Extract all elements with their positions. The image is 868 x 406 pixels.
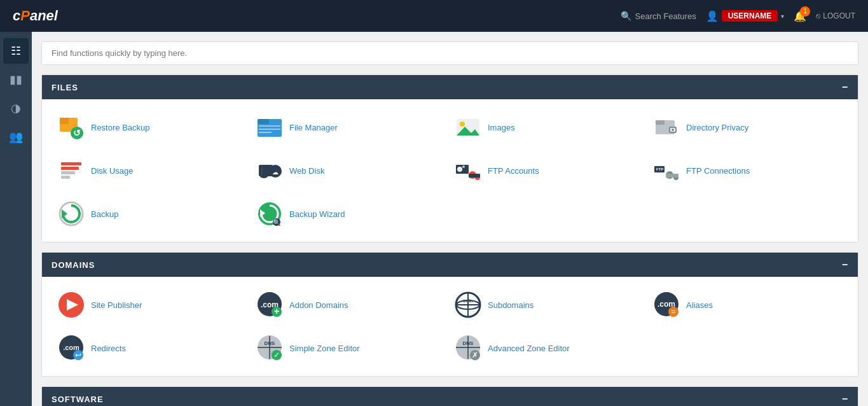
disk-usage-icon (58, 157, 85, 184)
sidebar-item-stats[interactable]: ▮▮ (3, 67, 29, 92)
list-item[interactable]: ↺ Restore Backup (55, 109, 250, 146)
images-icon (455, 114, 481, 141)
svg-text:✗: ✗ (472, 351, 478, 360)
list-item[interactable]: FTP FTP Connections (650, 152, 845, 189)
domains-section: DOMAINS − Site Publisher (41, 252, 858, 377)
domains-section-title: DOMAINS (52, 260, 95, 270)
list-item[interactable]: 🔍 Backup Wizard (253, 195, 448, 232)
list-item[interactable]: ☁ Web Disk (253, 152, 448, 189)
notification-count: 1 (800, 6, 810, 17)
svg-rect-31 (469, 174, 480, 178)
list-item[interactable]: Directory Privacy (650, 109, 845, 146)
username-badge[interactable]: USERNAME (722, 10, 778, 22)
logout-button[interactable]: ⎋ LOGOUT (816, 11, 855, 20)
list-item[interactable]: DNS ✓ Simple Zone Editor (253, 330, 448, 367)
redirects-link[interactable]: Redirects (91, 344, 126, 353)
restore-backup-icon: ↺ (58, 114, 85, 141)
sidebar-item-home[interactable]: ☷ (3, 38, 29, 64)
user-icon: 👤 (706, 10, 719, 22)
web-disk-link[interactable]: Web Disk (289, 166, 324, 176)
list-item[interactable]: .com + Addon Domains (253, 286, 448, 323)
user-section: 👤 USERNAME ▾ (706, 10, 785, 22)
list-item[interactable]: DNS ✗ Advanced Zone Editor (451, 330, 647, 367)
directory-privacy-icon (653, 114, 680, 141)
svg-point-16 (672, 129, 674, 131)
notifications[interactable]: 🔔 1 (794, 10, 806, 22)
files-section-toggle[interactable]: − (842, 81, 848, 93)
sidebar-item-users[interactable]: 👥 (3, 124, 29, 150)
restore-backup-link[interactable]: Restore Backup (91, 123, 150, 132)
directory-privacy-link[interactable]: Directory Privacy (686, 123, 748, 132)
svg-text:🔍: 🔍 (273, 218, 281, 227)
themes-icon: ◑ (11, 101, 21, 115)
svg-rect-36 (666, 174, 679, 178)
files-section-body: ↺ Restore Backup (42, 99, 858, 242)
advanced-zone-editor-icon: DNS ✗ (455, 335, 481, 361)
software-section-header: SOFTWARE − (42, 387, 858, 406)
svg-rect-8 (259, 132, 272, 133)
ftp-connections-link[interactable]: FTP Connections (686, 166, 750, 176)
svg-text:✓: ✓ (273, 351, 280, 360)
advanced-zone-editor-link[interactable]: Advanced Zone Editor (488, 344, 570, 353)
logo: cPanel (13, 8, 58, 24)
svg-rect-19 (61, 171, 75, 174)
file-manager-link[interactable]: File Manager (289, 123, 338, 132)
addon-domains-link[interactable]: Addon Domains (289, 300, 348, 310)
main-layout: ☷ ▮▮ ◑ 👥 FILES − (0, 32, 868, 406)
simple-zone-editor-link[interactable]: Simple Zone Editor (289, 344, 360, 353)
backup-link[interactable]: Backup (91, 209, 118, 219)
header: cPanel 🔍 Search Features 👤 USERNAME ▾ 🔔 … (0, 0, 868, 32)
domains-section-toggle[interactable]: − (842, 259, 848, 270)
svg-rect-20 (61, 176, 70, 179)
subdomains-link[interactable]: Subdomains (488, 300, 534, 310)
svg-text:↩: ↩ (75, 351, 81, 360)
header-search[interactable]: 🔍 Search Features (621, 11, 696, 21)
svg-rect-7 (259, 129, 280, 130)
aliases-icon: .com = (653, 291, 680, 318)
files-section: FILES − ↺ Restore Backup (41, 74, 858, 242)
ftp-accounts-link[interactable]: FTP Accounts (488, 166, 539, 176)
aliases-link[interactable]: Aliases (686, 300, 713, 310)
redirects-icon: .com ↩ (58, 335, 85, 361)
svg-rect-23 (261, 165, 263, 176)
backup-icon (58, 200, 85, 227)
svg-text:↺: ↺ (73, 128, 81, 138)
list-item[interactable]: Backup (55, 195, 250, 232)
ftp-accounts-icon (455, 157, 481, 184)
list-item[interactable]: .com ↩ Redirects (55, 330, 250, 367)
users-icon: 👥 (9, 130, 23, 144)
list-item[interactable]: FTP Accounts (451, 152, 647, 189)
svg-rect-5 (258, 119, 269, 124)
svg-text:☁: ☁ (272, 169, 279, 176)
logout-label: LOGOUT (823, 11, 855, 20)
list-item[interactable]: Site Publisher (55, 286, 250, 323)
list-item[interactable]: File Manager (253, 109, 448, 146)
software-section-title: SOFTWARE (52, 395, 104, 404)
svg-rect-1 (60, 118, 69, 124)
svg-point-22 (260, 174, 268, 178)
list-item[interactable]: Images (451, 109, 647, 146)
addon-domains-icon: .com + (256, 291, 283, 318)
backup-wizard-link[interactable]: Backup Wizard (289, 209, 345, 219)
svg-point-28 (462, 165, 465, 168)
svg-rect-6 (259, 125, 280, 127)
sidebar-item-themes[interactable]: ◑ (3, 95, 29, 121)
list-item[interactable]: sub. Subdomains (451, 286, 647, 323)
header-right: 🔍 Search Features 👤 USERNAME ▾ 🔔 1 ⎋ LOG… (621, 10, 855, 22)
svg-text:+: + (274, 306, 279, 316)
site-publisher-icon (58, 291, 85, 318)
site-publisher-link[interactable]: Site Publisher (91, 300, 142, 310)
chevron-down-icon[interactable]: ▾ (781, 13, 784, 20)
svg-point-27 (457, 167, 462, 172)
stats-icon: ▮▮ (10, 73, 22, 87)
software-section-toggle[interactable]: − (842, 393, 848, 405)
function-search-input[interactable] (41, 41, 858, 65)
images-link[interactable]: Images (488, 123, 515, 132)
list-item[interactable]: Disk Usage (55, 152, 250, 189)
svg-rect-18 (61, 167, 79, 170)
ftp-connections-icon: FTP (653, 157, 680, 184)
list-item[interactable]: .com = Aliases (650, 286, 845, 323)
grid-icon: ☷ (11, 44, 21, 58)
disk-usage-link[interactable]: Disk Usage (91, 166, 133, 176)
web-disk-icon: ☁ (256, 157, 283, 184)
